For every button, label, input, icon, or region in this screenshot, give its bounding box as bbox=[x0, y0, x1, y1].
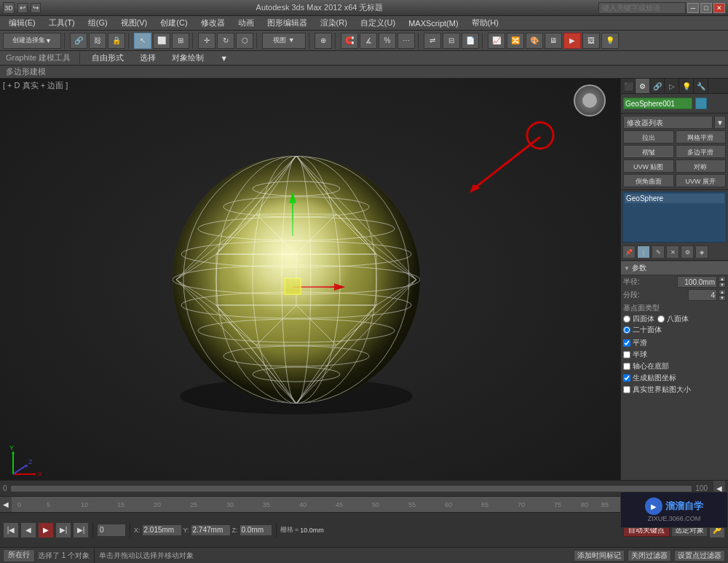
select-move[interactable]: ✛ bbox=[198, 33, 215, 49]
select-rotate[interactable]: ↻ bbox=[217, 33, 234, 49]
panel-tab-hierarchy[interactable]: 🔗 bbox=[650, 79, 665, 93]
menu-help[interactable]: 帮助(H) bbox=[466, 16, 505, 30]
material-editor[interactable]: 🎨 bbox=[526, 33, 543, 49]
spinner-snap[interactable]: ⋯ bbox=[397, 33, 415, 49]
menu-render[interactable]: 渲染(R) bbox=[314, 16, 353, 30]
menu-views[interactable]: 视图(V) bbox=[115, 16, 154, 30]
menu-maxscript[interactable]: MAXScript(M) bbox=[403, 17, 464, 29]
mesh-smooth-btn[interactable]: 网格平滑 bbox=[676, 130, 727, 143]
make-unique-icon[interactable]: ◈ bbox=[695, 245, 708, 259]
modifier-list-btn[interactable]: ▼ bbox=[714, 116, 726, 129]
frame-input[interactable] bbox=[97, 524, 126, 537]
prev-frame-btn[interactable]: ◀ bbox=[20, 522, 36, 538]
realuv-checkbox[interactable] bbox=[623, 386, 630, 393]
configure-icon[interactable]: ⚙ bbox=[681, 245, 694, 259]
link-tool[interactable]: 🔗 bbox=[70, 33, 87, 49]
radius-down[interactable]: ▼ bbox=[719, 282, 726, 288]
smooth-checkbox[interactable] bbox=[623, 339, 630, 347]
x-input[interactable] bbox=[142, 524, 182, 536]
menu-tools[interactable]: 工具(T) bbox=[43, 16, 81, 30]
obj-name-input[interactable] bbox=[623, 98, 692, 109]
viewport[interactable]: [ + D 真实 + 边面 ] bbox=[0, 79, 620, 480]
pivot[interactable]: ⊕ bbox=[314, 33, 332, 49]
menu-shape[interactable]: 图形编辑器 bbox=[261, 16, 313, 30]
octa-radio[interactable] bbox=[657, 315, 665, 323]
menu-animation[interactable]: 动画 bbox=[232, 16, 260, 30]
timeline-expand[interactable]: ◀ bbox=[0, 497, 12, 513]
filter-btn[interactable]: 关闭过滤器 bbox=[628, 550, 671, 562]
obj-color-swatch[interactable] bbox=[695, 98, 707, 109]
render-button[interactable]: ▶ bbox=[563, 33, 581, 49]
radius-spinner[interactable]: ▲ ▼ bbox=[719, 276, 726, 288]
hemi-checkbox[interactable] bbox=[623, 351, 630, 358]
unlink-tool[interactable]: ⛓ bbox=[89, 33, 106, 49]
menu-customize[interactable]: 自定义(U) bbox=[355, 16, 401, 30]
panel-tab-motion[interactable]: ▷ bbox=[665, 79, 679, 93]
pin-icon[interactable]: 📌 bbox=[622, 245, 636, 259]
uvw-btn[interactable]: UVW 贴图 bbox=[623, 160, 674, 173]
close-button[interactable]: ✕ bbox=[713, 3, 725, 13]
bevel-btn[interactable]: 倒角曲面 bbox=[623, 174, 674, 187]
menu-modifiers[interactable]: 修改器 bbox=[195, 16, 231, 30]
poly-smooth-btn[interactable]: 多边平滑 bbox=[676, 145, 727, 158]
gt-objpaint[interactable]: 对象绘制 bbox=[166, 52, 210, 64]
search-input[interactable] bbox=[598, 2, 686, 14]
play-btn[interactable]: ▶ bbox=[38, 522, 54, 538]
menu-create[interactable]: 创建(C) bbox=[154, 16, 193, 30]
percent-snap[interactable]: % bbox=[379, 33, 396, 49]
z-input[interactable] bbox=[240, 524, 272, 536]
edit-stack-icon[interactable]: ✎ bbox=[652, 245, 665, 259]
uvw-expand-btn[interactable]: UVW 展开 bbox=[676, 174, 727, 187]
render-setup[interactable]: 🖥 bbox=[545, 33, 562, 49]
segments-spinner[interactable]: ▲ ▼ bbox=[719, 289, 726, 301]
axis-checkbox[interactable] bbox=[623, 363, 630, 370]
wrinkle-btn[interactable]: 褶皱 bbox=[623, 145, 674, 158]
gt-extra[interactable]: ▼ bbox=[214, 53, 234, 63]
segments-up[interactable]: ▲ bbox=[719, 289, 726, 295]
snap-toggle[interactable]: 🧲 bbox=[341, 33, 358, 49]
params-section-header[interactable]: ▼ 参数 bbox=[621, 261, 728, 275]
layer-mgr[interactable]: 📄 bbox=[462, 33, 479, 49]
select-tool[interactable]: ↖ bbox=[134, 33, 151, 49]
curve-editor[interactable]: 📈 bbox=[488, 33, 505, 49]
angle-snap[interactable]: ∡ bbox=[360, 33, 377, 49]
select-region[interactable]: ⬜ bbox=[153, 33, 170, 49]
add-time-note-btn[interactable]: 添加时间标记 bbox=[574, 550, 625, 562]
modifier-list-dropdown[interactable]: 修改器列表 bbox=[623, 116, 713, 129]
goto-end-btn[interactable]: ▶| bbox=[73, 522, 89, 538]
menu-edit[interactable]: 编辑(E) bbox=[3, 16, 41, 30]
progress-track[interactable] bbox=[10, 485, 693, 492]
radius-up[interactable]: ▲ bbox=[719, 276, 726, 282]
viewport-nav-icon[interactable] bbox=[574, 84, 606, 117]
gt-select[interactable]: 选择 bbox=[134, 52, 162, 64]
push-btn[interactable]: 拉出 bbox=[623, 130, 674, 143]
bind-spacewarp[interactable]: 🔒 bbox=[108, 33, 125, 49]
y-input[interactable] bbox=[191, 524, 231, 536]
mirror[interactable]: ⇌ bbox=[424, 33, 441, 49]
reference-coord[interactable]: 视图 ▼ bbox=[262, 33, 306, 49]
maximize-button[interactable]: □ bbox=[700, 3, 712, 13]
menu-group[interactable]: 组(G) bbox=[82, 16, 114, 30]
next-frame-btn[interactable]: ▶| bbox=[55, 522, 71, 538]
mod-list-item-geosphere[interactable]: GeoSphere bbox=[625, 194, 724, 203]
panel-tab-create[interactable]: ⬛ bbox=[621, 79, 636, 93]
align[interactable]: ⊟ bbox=[443, 33, 460, 49]
select-scale[interactable]: ⬡ bbox=[236, 33, 253, 49]
remove-mod-icon[interactable]: ✕ bbox=[666, 245, 679, 259]
redo-btn[interactable]: ↪ bbox=[31, 3, 41, 13]
render-frame-window[interactable]: 🖼 bbox=[582, 33, 600, 49]
goto-start-btn[interactable]: |◀ bbox=[3, 522, 19, 538]
genuv-checkbox[interactable] bbox=[623, 374, 630, 382]
select-filter-dropdown[interactable]: 创建选择集▼ bbox=[3, 33, 61, 49]
icosa-radio[interactable] bbox=[623, 326, 630, 334]
schematic[interactable]: 🔀 bbox=[507, 33, 524, 49]
set-keys-filter-btn[interactable]: 设置点过滤器 bbox=[674, 550, 725, 562]
undo-btn[interactable]: ↩ bbox=[17, 3, 28, 13]
panel-tab-utilities[interactable]: 🔧 bbox=[694, 79, 708, 93]
panel-tab-modify[interactable]: ⚙ bbox=[636, 79, 650, 93]
tetra-radio[interactable] bbox=[623, 315, 630, 323]
align-btn[interactable]: 对称 bbox=[676, 160, 727, 173]
minimize-button[interactable]: ─ bbox=[687, 3, 699, 13]
gt-freeform[interactable]: 自由形式 bbox=[86, 52, 130, 64]
panel-tab-display[interactable]: 💡 bbox=[679, 79, 694, 93]
